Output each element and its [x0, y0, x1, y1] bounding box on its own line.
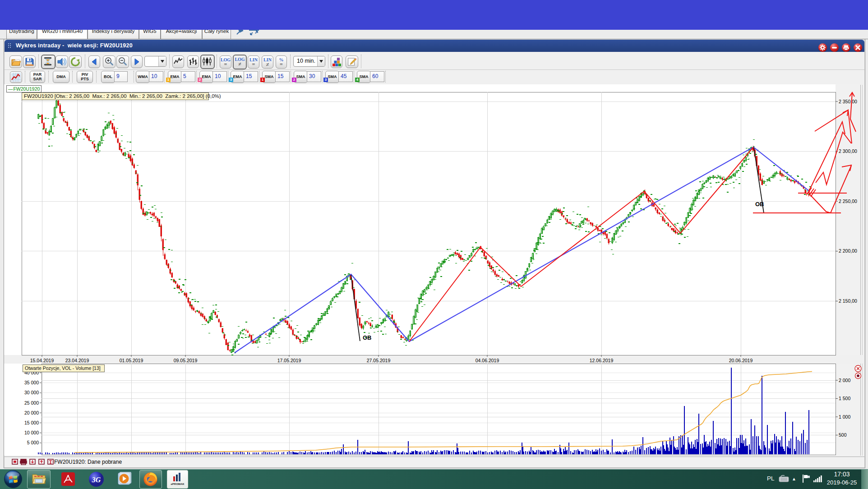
- svg-text:5 000: 5 000: [27, 440, 39, 445]
- svg-text:2 000: 2 000: [839, 378, 850, 383]
- svg-text:30 000: 30 000: [24, 390, 39, 395]
- svg-text:35 000: 35 000: [24, 380, 39, 385]
- svg-text:1 500: 1 500: [839, 396, 850, 401]
- svg-text:12.06.2019: 12.06.2019: [590, 358, 614, 363]
- svg-text:2 200,00: 2 200,00: [839, 248, 857, 254]
- svg-text:2 300,00: 2 300,00: [839, 148, 857, 154]
- svg-text:09.05.2019: 09.05.2019: [174, 358, 198, 363]
- svg-text:25 000: 25 000: [24, 400, 39, 406]
- svg-text:500: 500: [839, 432, 847, 438]
- svg-text:01.05.2019: 01.05.2019: [120, 358, 143, 363]
- svg-text:OB: OB: [363, 334, 372, 341]
- svg-text:23.04.2019: 23.04.2019: [65, 358, 89, 363]
- svg-text:04.06.2019: 04.06.2019: [476, 358, 499, 363]
- svg-text:1 000: 1 000: [839, 414, 850, 420]
- svg-text:OB: OB: [755, 201, 764, 208]
- svg-text:15.04.2019: 15.04.2019: [30, 358, 54, 363]
- svg-text:20 000: 20 000: [24, 410, 39, 415]
- svg-text:2 150,00: 2 150,00: [839, 298, 857, 304]
- svg-text:2 250,00: 2 250,00: [839, 198, 857, 204]
- svg-text:10 000: 10 000: [24, 430, 39, 435]
- svg-text:20.06.2019: 20.06.2019: [729, 358, 753, 363]
- svg-text:27.05.2019: 27.05.2019: [367, 358, 391, 363]
- svg-text:15 000: 15 000: [24, 420, 39, 425]
- svg-text:3G: 3G: [92, 476, 101, 484]
- svg-text:2 350,00: 2 350,00: [839, 99, 857, 104]
- svg-text:17.05.2019: 17.05.2019: [277, 358, 301, 363]
